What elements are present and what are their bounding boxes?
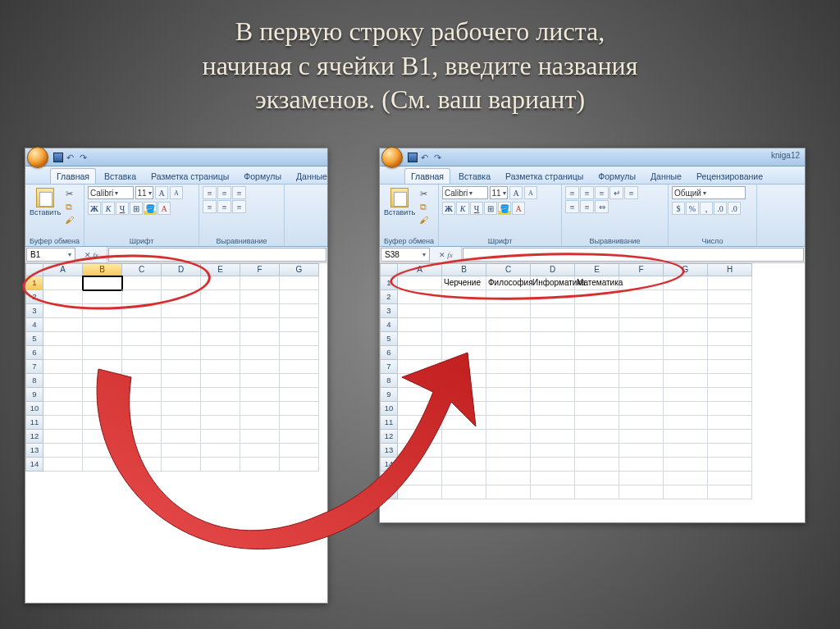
row-header[interactable]: 11 — [380, 416, 398, 430]
cell[interactable] — [43, 388, 83, 402]
cell[interactable] — [398, 388, 442, 402]
column-header[interactable]: A — [398, 263, 442, 276]
align-left-icon[interactable]: ≡ — [203, 200, 217, 213]
tab-layout[interactable]: Разметка страницы — [144, 168, 235, 184]
cell[interactable] — [619, 402, 664, 416]
cell[interactable] — [122, 304, 162, 318]
cell[interactable] — [664, 416, 708, 430]
cell[interactable] — [280, 458, 319, 472]
cut-icon[interactable]: ✂ — [418, 188, 429, 199]
cell[interactable] — [398, 304, 442, 318]
border-button[interactable]: ⊞ — [484, 202, 497, 215]
cell[interactable] — [664, 388, 708, 402]
cell[interactable] — [442, 416, 486, 430]
cell[interactable] — [240, 430, 280, 444]
cell[interactable] — [240, 318, 280, 332]
column-header[interactable]: A — [43, 263, 83, 276]
cell[interactable] — [575, 416, 619, 430]
cell[interactable] — [398, 458, 442, 472]
cell[interactable] — [486, 430, 531, 444]
cell[interactable] — [201, 430, 240, 444]
cell[interactable] — [83, 276, 122, 290]
cell[interactable] — [122, 332, 162, 346]
cell[interactable] — [664, 485, 708, 499]
font-size-combo[interactable]: 11▾ — [490, 186, 508, 199]
paste-button[interactable]: Вставить — [383, 186, 416, 217]
cell[interactable] — [162, 388, 201, 402]
redo-icon[interactable]: ↷ — [434, 153, 444, 162]
font-color-button[interactable]: A — [158, 202, 171, 215]
cell[interactable] — [442, 485, 486, 499]
cell[interactable] — [83, 332, 122, 346]
cell[interactable] — [442, 458, 486, 472]
align-top-icon[interactable]: ≡ — [565, 186, 579, 199]
align-center-icon[interactable]: ≡ — [565, 200, 579, 213]
fx-cancel-icon[interactable]: ✕ — [439, 251, 445, 259]
cell[interactable] — [442, 374, 486, 388]
cell[interactable] — [619, 290, 664, 304]
cell[interactable] — [531, 458, 575, 472]
row-header[interactable]: 9 — [25, 388, 43, 402]
cell[interactable] — [531, 318, 575, 332]
cell[interactable] — [280, 374, 319, 388]
row-header[interactable]: 5 — [25, 332, 43, 346]
merge-icon[interactable]: ⇔ — [595, 200, 609, 213]
cell[interactable] — [442, 360, 486, 374]
bold-button[interactable]: Ж — [88, 202, 101, 215]
cell[interactable] — [240, 444, 280, 458]
font-color-button[interactable]: A — [512, 202, 525, 215]
tab-data[interactable]: Данные — [644, 168, 688, 184]
cell[interactable] — [240, 290, 280, 304]
undo-icon[interactable]: ↶ — [66, 153, 76, 162]
align-bottom-icon[interactable]: ≡ — [232, 186, 246, 199]
cell[interactable] — [83, 360, 122, 374]
cell[interactable] — [162, 444, 201, 458]
row-header[interactable]: 11 — [25, 416, 43, 430]
cell[interactable] — [664, 374, 708, 388]
cell[interactable] — [486, 346, 531, 360]
cell[interactable] — [43, 458, 83, 472]
cell[interactable] — [708, 416, 752, 430]
column-header[interactable]: B — [442, 263, 486, 276]
cell[interactable] — [575, 430, 619, 444]
cell[interactable] — [122, 360, 162, 374]
cell[interactable] — [619, 318, 664, 332]
cell[interactable] — [83, 444, 122, 458]
cell[interactable] — [486, 318, 531, 332]
cell[interactable] — [664, 276, 708, 290]
font-size-combo[interactable]: 11▾ — [135, 186, 153, 199]
cell[interactable] — [708, 458, 752, 472]
cell[interactable] — [664, 458, 708, 472]
align-bottom-icon[interactable]: ≡ — [595, 186, 609, 199]
cell[interactable] — [619, 416, 664, 430]
cell[interactable] — [201, 388, 240, 402]
column-header[interactable]: D — [162, 263, 201, 276]
cell[interactable] — [531, 416, 575, 430]
cell[interactable] — [280, 332, 319, 346]
cell[interactable] — [708, 318, 752, 332]
cell[interactable] — [442, 472, 486, 485]
cell[interactable] — [531, 388, 575, 402]
cell[interactable] — [619, 276, 664, 290]
cell[interactable] — [122, 430, 162, 444]
cell[interactable] — [240, 388, 280, 402]
cell[interactable] — [240, 276, 280, 290]
tab-formulas[interactable]: Формулы — [237, 168, 288, 184]
tab-layout[interactable]: Разметка страницы — [499, 168, 590, 184]
cell[interactable] — [486, 485, 531, 499]
format-painter-icon[interactable]: 🖌 — [63, 214, 75, 226]
cell[interactable] — [43, 290, 83, 304]
cell[interactable] — [122, 402, 162, 416]
cell[interactable] — [575, 485, 619, 499]
font-name-combo[interactable]: Calibri▾ — [442, 186, 488, 199]
tab-insert[interactable]: Вставка — [452, 168, 497, 184]
cell[interactable] — [398, 402, 442, 416]
cell[interactable] — [708, 360, 752, 374]
row-header[interactable]: 4 — [380, 318, 398, 332]
cell[interactable] — [486, 472, 531, 485]
cell[interactable] — [280, 360, 319, 374]
comma-icon[interactable]: , — [700, 202, 713, 215]
cell[interactable] — [162, 402, 201, 416]
cell[interactable] — [122, 276, 162, 290]
cell[interactable] — [619, 430, 664, 444]
